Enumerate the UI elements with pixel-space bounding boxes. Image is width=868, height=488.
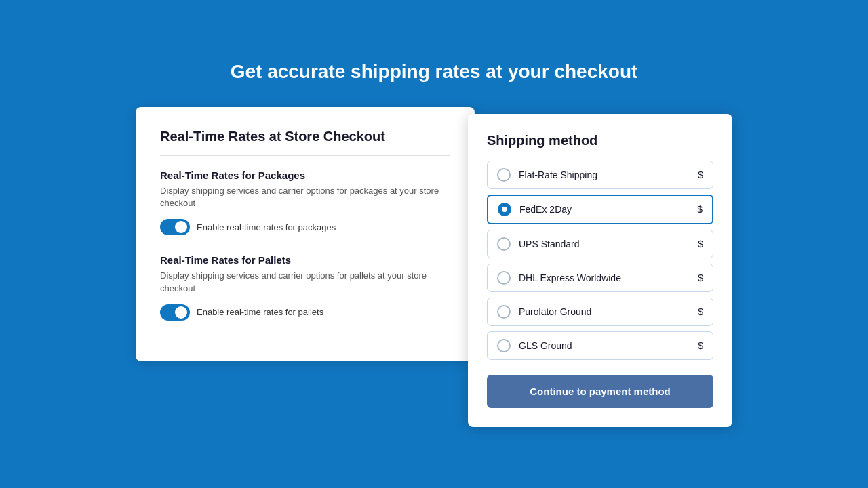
packages-section-title: Real-Time Rates for Packages [160,169,450,181]
option-name-fedex-2day: FedEx 2Day [519,204,572,215]
shipping-options-list: Flat-Rate Shipping$FedEx 2Day$UPS Standa… [487,161,713,360]
radio-ups-standard [497,237,511,251]
packages-section-desc: Display shipping services and carrier op… [160,185,450,209]
option-name-dhl-express: DHL Express Worldwide [519,272,621,283]
left-card: Real-Time Rates at Store Checkout Real-T… [136,107,475,361]
radio-dhl-express [497,271,511,285]
shipping-option-purolator[interactable]: Purolator Ground$ [487,298,713,326]
packages-section: Real-Time Rates for Packages Display shi… [160,169,450,235]
pallets-section-title: Real-Time Rates for Pallets [160,254,450,266]
option-name-flat-rate: Flat-Rate Shipping [519,169,597,180]
option-name-gls-ground: GLS Ground [519,340,572,351]
right-card: Shipping method Flat-Rate Shipping$FedEx… [468,114,732,427]
packages-toggle-label: Enable real-time rates for packages [197,222,336,232]
shipping-option-fedex-2day[interactable]: FedEx 2Day$ [487,195,713,224]
shipping-option-gls-ground[interactable]: GLS Ground$ [487,331,713,360]
option-price-flat-rate: $ [698,169,703,180]
cards-container: Real-Time Rates at Store Checkout Real-T… [136,107,732,427]
option-price-purolator: $ [698,306,703,317]
shipping-method-title: Shipping method [487,133,713,148]
radio-fedex-2day [498,203,511,216]
option-price-gls-ground: $ [698,340,703,351]
option-price-ups-standard: $ [698,239,703,249]
pallets-toggle-row: Enable real-time rates for pallets [160,304,450,321]
pallets-toggle-label: Enable real-time rates for pallets [197,307,323,317]
shipping-option-left-ups-standard: UPS Standard [497,237,580,251]
option-price-fedex-2day: $ [697,204,703,215]
option-price-dhl-express: $ [698,272,703,283]
shipping-option-left-gls-ground: GLS Ground [497,339,572,352]
left-card-title: Real-Time Rates at Store Checkout [160,129,450,156]
option-name-purolator: Purolator Ground [519,306,591,317]
shipping-option-left-purolator: Purolator Ground [497,305,591,319]
shipping-option-left-flat-rate: Flat-Rate Shipping [497,168,597,182]
page-title: Get accurate shipping rates at your chec… [231,61,638,83]
radio-gls-ground [497,339,511,352]
continue-to-payment-button[interactable]: Continue to payment method [487,375,713,408]
radio-flat-rate [497,168,511,182]
shipping-option-dhl-express[interactable]: DHL Express Worldwide$ [487,264,713,292]
shipping-option-left-dhl-express: DHL Express Worldwide [497,271,621,285]
pallets-toggle[interactable] [160,304,190,321]
option-name-ups-standard: UPS Standard [519,239,580,249]
pallets-section-desc: Display shipping services and carrier op… [160,270,450,294]
pallets-section: Real-Time Rates for Pallets Display ship… [160,254,450,320]
shipping-option-flat-rate[interactable]: Flat-Rate Shipping$ [487,161,713,189]
shipping-option-left-fedex-2day: FedEx 2Day [498,203,572,216]
radio-purolator [497,305,511,319]
packages-toggle-row: Enable real-time rates for packages [160,219,450,235]
shipping-option-ups-standard[interactable]: UPS Standard$ [487,230,713,258]
packages-toggle[interactable] [160,219,190,235]
